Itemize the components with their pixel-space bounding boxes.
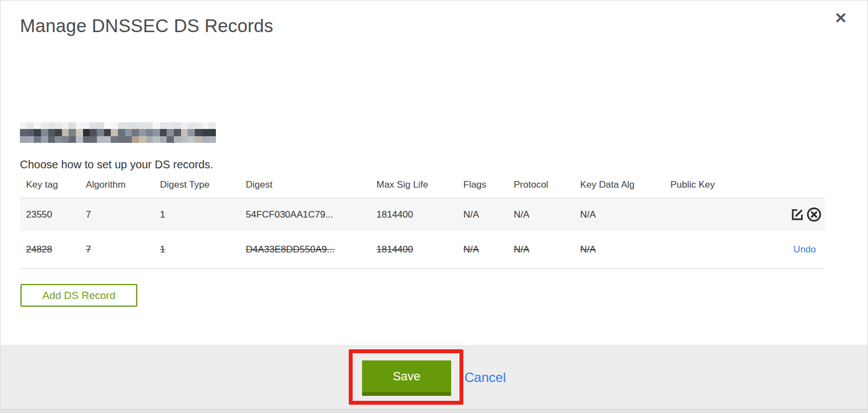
row-actions: Undo	[793, 244, 825, 255]
table-row-deleted: 24828 7 1 D4A33E8DD550A9... 1814400 N/A …	[20, 231, 825, 269]
cell-digest-type: 1	[160, 209, 246, 220]
cell-max-sig-life: 1814400	[376, 209, 463, 220]
cell-max-sig-life: 1814400	[376, 244, 463, 255]
cell-digest-type: 1	[160, 244, 246, 255]
save-button[interactable]: Save	[362, 360, 451, 396]
cell-digest: 54FCF030AA1C79...	[246, 209, 376, 220]
manage-dnssec-modal: Manage DNSSEC DS Records ✕ Choose how to…	[0, 0, 868, 413]
intro-text: Choose how to set up your DS records.	[20, 158, 213, 171]
cell-protocol: N/A	[514, 209, 580, 220]
close-button[interactable]: ✕	[834, 11, 847, 26]
ds-records-table: Key tag Algorithm Digest Type Digest Max…	[20, 179, 825, 269]
table-row: 23550 7 1 54FCF030AA1C79... 1814400 N/A …	[20, 198, 825, 231]
cell-flags: N/A	[463, 209, 514, 220]
column-header-flags: Flags	[463, 179, 514, 190]
cancel-link[interactable]: Cancel	[464, 370, 506, 385]
column-header-key-tag: Key tag	[20, 179, 86, 190]
cell-key-tag: 23550	[20, 209, 86, 220]
cell-key-data-alg: N/A	[580, 244, 670, 255]
column-header-digest-type: Digest Type	[160, 179, 246, 190]
column-header-protocol: Protocol	[514, 179, 580, 190]
page-title: Manage DNSSEC DS Records	[20, 16, 273, 37]
cell-flags: N/A	[463, 244, 514, 255]
cell-key-tag: 24828	[20, 244, 86, 255]
add-ds-record-button[interactable]: Add DS Record	[20, 284, 137, 307]
cell-algorithm: 7	[86, 209, 160, 220]
edit-record-button[interactable]	[790, 207, 805, 222]
cell-algorithm: 7	[86, 244, 160, 255]
redacted-domain-name	[20, 122, 216, 143]
column-header-public-key: Public Key	[670, 179, 753, 190]
table-header-row: Key tag Algorithm Digest Type Digest Max…	[20, 179, 825, 198]
edit-icon	[790, 207, 805, 222]
delete-record-button[interactable]	[806, 206, 822, 223]
close-icon: ✕	[834, 10, 847, 27]
cell-key-data-alg: N/A	[580, 209, 670, 220]
cell-digest: D4A33E8DD550A9...	[246, 244, 376, 255]
cell-protocol: N/A	[514, 244, 580, 255]
delete-icon	[806, 206, 822, 223]
column-header-max-sig-life: Max Sig Life	[376, 179, 463, 190]
row-actions	[790, 206, 825, 223]
undo-link[interactable]: Undo	[793, 244, 822, 255]
column-header-algorithm: Algorithm	[86, 179, 160, 190]
column-header-key-data-alg: Key Data Alg	[580, 179, 670, 190]
column-header-digest: Digest	[246, 179, 376, 190]
